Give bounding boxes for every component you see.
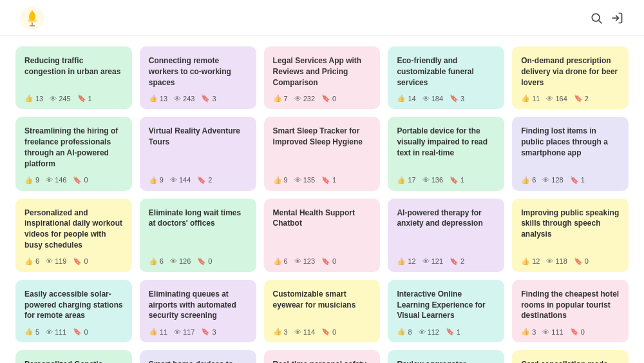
bookmark-icon: 🔖 bbox=[197, 257, 206, 266]
card-item[interactable]: Easily accessible solar-powered charging… bbox=[15, 280, 132, 342]
card-stats: 👍 13 👁 243 🔖 3 bbox=[149, 94, 247, 103]
card-stats: 👍 13 👁 245 🔖 1 bbox=[24, 94, 123, 103]
bookmarks-count: 2 bbox=[585, 95, 589, 103]
search-icon[interactable] bbox=[590, 12, 603, 25]
card-item[interactable]: Eco-friendly and customizable funeral se… bbox=[388, 46, 504, 109]
views-count: 123 bbox=[303, 257, 315, 265]
card-item[interactable]: Improving public speaking skills through… bbox=[512, 199, 629, 272]
views-count: 111 bbox=[55, 328, 66, 336]
card-item[interactable]: Review aggregator platform 👍 5 👁 108 🔖 1 bbox=[388, 350, 504, 363]
card-item[interactable]: Personalized Genetic Counseling for Heal… bbox=[15, 350, 132, 363]
card-title: Finding the cheapest hotel rooms in popu… bbox=[521, 289, 620, 321]
thumbs-up-icon: 👍 bbox=[24, 176, 33, 184]
card-item[interactable]: Real-time personal safety monitoring for… bbox=[264, 350, 381, 363]
card-item[interactable]: Smart home devices to reduce energy cons… bbox=[140, 350, 256, 363]
svg-point-4 bbox=[592, 14, 600, 21]
likes-count: 8 bbox=[408, 328, 412, 336]
bookmarks-count: 3 bbox=[460, 95, 464, 103]
card-stats: 👍 9 👁 135 🔖 1 bbox=[273, 176, 372, 184]
thumbs-up-icon: 👍 bbox=[521, 257, 530, 266]
likes-count: 3 bbox=[284, 328, 288, 336]
svg-line-5 bbox=[599, 20, 602, 23]
card-item[interactable]: Legal Services App with Reviews and Pric… bbox=[264, 46, 381, 109]
card-item[interactable]: Mental Health Support Chatbot 👍 6 👁 123 … bbox=[264, 199, 381, 272]
views-count: 135 bbox=[303, 176, 315, 184]
bookmarks-count: 0 bbox=[585, 257, 589, 265]
eye-icon: 👁 bbox=[294, 257, 301, 265]
views-stat: 👁 117 bbox=[174, 328, 194, 336]
bookmarks-stat: 🔖 0 bbox=[321, 94, 336, 103]
views-count: 144 bbox=[179, 176, 191, 184]
card-title: Eliminating queues at airports with auto… bbox=[149, 289, 247, 321]
bookmarks-count: 1 bbox=[457, 328, 460, 336]
views-count: 243 bbox=[183, 95, 194, 103]
card-item[interactable]: Finding the cheapest hotel rooms in popu… bbox=[512, 280, 629, 342]
eye-icon: 👁 bbox=[294, 328, 301, 336]
bookmark-icon: 🔖 bbox=[197, 176, 206, 184]
views-stat: 👁 136 bbox=[422, 176, 443, 184]
views-stat: 👁 164 bbox=[546, 95, 567, 103]
bookmark-icon: 🔖 bbox=[321, 257, 330, 266]
card-item[interactable]: Streamlining the hiring of freelance pro… bbox=[15, 117, 132, 190]
card-item[interactable]: Customizable smart eyewear for musicians… bbox=[264, 280, 381, 342]
views-stat: 👁 128 bbox=[542, 176, 563, 184]
header-icons bbox=[590, 12, 623, 25]
card-title: On-demand prescription delivery via dron… bbox=[521, 55, 620, 88]
card-title: Card cancellation made simple bbox=[521, 359, 620, 363]
card-item[interactable]: Eliminate long wait times at doctors' of… bbox=[140, 199, 256, 272]
card-item[interactable]: On-demand prescription delivery via dron… bbox=[512, 46, 629, 109]
card-item[interactable]: Smart Sleep Tracker for Improved Sleep H… bbox=[264, 117, 381, 190]
likes-stat: 👍 17 bbox=[397, 176, 415, 184]
likes-count: 13 bbox=[160, 95, 167, 103]
card-stats: 👍 6 👁 119 🔖 0 bbox=[24, 257, 123, 266]
bookmark-icon: 🔖 bbox=[450, 176, 459, 184]
likes-stat: 👍 13 bbox=[149, 94, 167, 103]
card-title: Finding lost items in public places thro… bbox=[521, 126, 620, 169]
eye-icon: 👁 bbox=[170, 257, 177, 265]
card-item[interactable]: Finding lost items in public places thro… bbox=[512, 117, 629, 190]
views-stat: 👁 144 bbox=[170, 176, 191, 184]
bookmark-icon: 🔖 bbox=[450, 257, 459, 266]
card-item[interactable]: Eliminating queues at airports with auto… bbox=[140, 280, 256, 342]
card-item[interactable]: Virtual Reality Adventure Tours 👍 9 👁 14… bbox=[140, 117, 256, 190]
logo[interactable] bbox=[21, 6, 49, 30]
card-title: Interactive Online Learning Experience f… bbox=[397, 289, 495, 321]
likes-stat: 👍 3 bbox=[521, 328, 536, 336]
card-item[interactable]: Personalized and inspirational daily wor… bbox=[15, 199, 132, 272]
likes-stat: 👍 9 bbox=[273, 176, 288, 184]
thumbs-up-icon: 👍 bbox=[149, 94, 158, 103]
likes-count: 6 bbox=[35, 257, 39, 265]
likes-stat: 👍 13 bbox=[24, 94, 43, 103]
card-item[interactable]: Card cancellation made simple 👍 6 👁 105 … bbox=[512, 350, 629, 363]
eye-icon: 👁 bbox=[542, 176, 549, 184]
eye-icon: 👁 bbox=[419, 328, 426, 336]
thumbs-up-icon: 👍 bbox=[24, 328, 33, 336]
likes-stat: 👍 6 bbox=[273, 257, 288, 266]
login-icon[interactable] bbox=[611, 12, 623, 25]
bookmarks-count: 0 bbox=[84, 176, 88, 184]
bookmarks-stat: 🔖 1 bbox=[77, 94, 92, 103]
views-count: 114 bbox=[303, 328, 315, 336]
card-item[interactable]: Interactive Online Learning Experience f… bbox=[388, 280, 504, 342]
eye-icon: 👁 bbox=[546, 95, 553, 103]
bookmark-icon: 🔖 bbox=[446, 328, 455, 336]
eye-icon: 👁 bbox=[294, 95, 301, 103]
bookmark-icon: 🔖 bbox=[570, 176, 579, 184]
card-item[interactable]: Connecting remote workers to co-working … bbox=[140, 46, 256, 109]
views-count: 164 bbox=[555, 95, 567, 103]
card-title: Improving public speaking skills through… bbox=[521, 208, 620, 251]
thumbs-up-icon: 👍 bbox=[521, 328, 530, 336]
card-item[interactable]: Portable device for the visually impaire… bbox=[388, 117, 504, 190]
eye-icon: 👁 bbox=[422, 95, 430, 103]
views-stat: 👁 126 bbox=[170, 257, 191, 265]
eye-icon: 👁 bbox=[46, 257, 53, 265]
bookmarks-count: 3 bbox=[212, 328, 216, 336]
card-item[interactable]: Reducing traffic congestion in urban are… bbox=[15, 46, 132, 109]
views-count: 119 bbox=[55, 257, 66, 265]
views-stat: 👁 123 bbox=[294, 257, 315, 265]
card-stats: 👍 6 👁 123 🔖 0 bbox=[273, 257, 372, 266]
likes-count: 14 bbox=[408, 95, 415, 103]
eye-icon: 👁 bbox=[174, 95, 181, 103]
bookmarks-stat: 🔖 0 bbox=[321, 328, 336, 336]
card-item[interactable]: AI-powered therapy for anxiety and depre… bbox=[388, 199, 504, 272]
